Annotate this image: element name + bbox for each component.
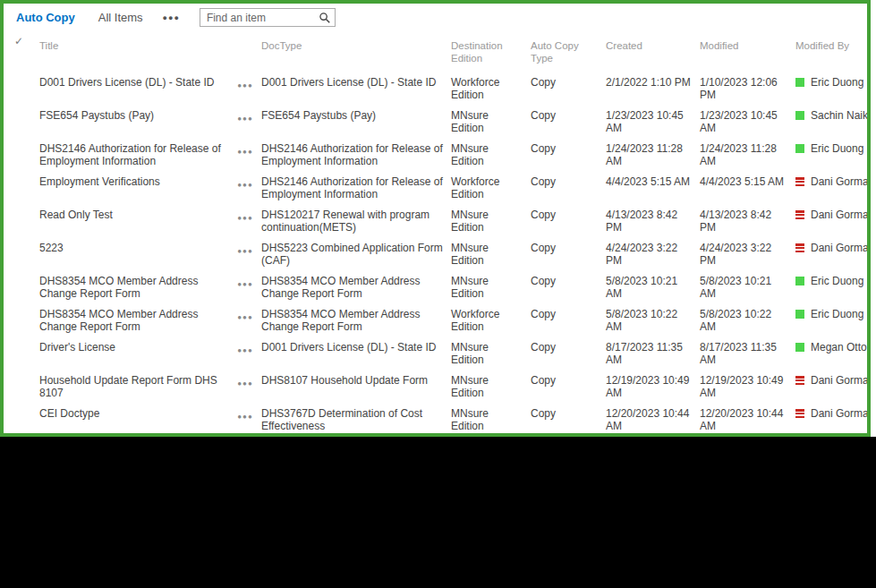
row-ellipsis-icon[interactable]: ●●●: [236, 106, 261, 130]
row-checkbox-cell[interactable]: ✓: [4, 139, 34, 148]
documents-list: ✓ Title DocType Destination Edition Auto…: [4, 30, 867, 437]
row-checkbox-cell[interactable]: ✓: [4, 238, 34, 247]
row-ellipsis-icon[interactable]: ●●●: [236, 404, 261, 428]
header-auto-copy-type[interactable]: Auto Copy Type: [531, 36, 606, 69]
row-title[interactable]: D001 Drivers License (DL) - State ID: [34, 72, 236, 94]
modified-by-name: Eric Duong: [811, 142, 863, 155]
row-created: 1/24/2023 11:28 AM: [606, 139, 700, 172]
row-auto-copy-type: Copy: [531, 72, 606, 94]
row-ellipsis-icon[interactable]: ●●●: [236, 205, 261, 229]
find-item-searchbox[interactable]: [200, 8, 336, 27]
presence-icon: [795, 343, 804, 352]
table-row[interactable]: ✓ Driver's License ●●● D001 Drivers Lice…: [4, 337, 867, 371]
row-title[interactable]: Household Update Report Form DHS 8107: [34, 371, 236, 404]
row-auto-copy-type: Copy: [531, 172, 606, 193]
presence-icon: [795, 409, 804, 418]
row-title-text[interactable]: Employment Verifications: [39, 175, 160, 188]
row-doctype: D001 Drivers License (DL) - State ID: [261, 72, 451, 94]
select-all-check-icon[interactable]: ✓: [4, 36, 34, 53]
row-created: 5/8/2023 10:22 AM: [606, 304, 700, 337]
row-title-text[interactable]: 5223: [39, 242, 64, 254]
header-modified-by[interactable]: Modified By: [795, 36, 867, 57]
presence-icon: [795, 177, 804, 186]
row-checkbox-cell[interactable]: ✓: [4, 172, 34, 181]
row-title-text[interactable]: D001 Drivers License (DL) - State ID: [39, 76, 214, 89]
table-row[interactable]: ✓ Household Update Report Form DHS 8107 …: [4, 371, 867, 404]
row-modified-by: Sachin Naik: [795, 106, 871, 127]
table-row[interactable]: ✓ DHS8354 MCO Member Address Change Repo…: [4, 304, 867, 337]
more-views-ellipsis-icon[interactable]: ●●●: [163, 13, 180, 22]
row-checkbox-cell[interactable]: ✓: [4, 205, 34, 214]
row-doctype: FSE654 Paystubs (Pay): [261, 106, 451, 127]
row-doctype: DHS8354 MCO Member Address Change Report…: [261, 304, 451, 337]
row-destination-edition: Workforce Edition: [451, 304, 531, 337]
row-created: 4/13/2023 8:42 PM: [606, 205, 700, 238]
row-modified-by: Dani Gorman: [795, 404, 871, 425]
row-destination-edition: MNsure Edition: [451, 271, 531, 304]
row-ellipsis-icon[interactable]: ●●●: [236, 139, 261, 163]
row-auto-copy-type: Copy: [531, 404, 606, 425]
row-title-text[interactable]: Read Only Test: [39, 209, 113, 221]
row-created: 4/4/2023 5:15 AM: [606, 172, 700, 193]
row-ellipsis-icon[interactable]: ●●●: [236, 337, 261, 362]
view-toolbar: Auto Copy All Items ●●●: [4, 4, 867, 30]
row-title-text[interactable]: Driver's License: [39, 341, 115, 354]
row-doctype: D001 Drivers License (DL) - State ID: [261, 337, 451, 359]
search-icon[interactable]: [319, 12, 331, 24]
table-row[interactable]: ✓ DHS8354 MCO Member Address Change Repo…: [4, 271, 867, 304]
row-doctype: DHS120217 Renewal with program continuat…: [261, 205, 451, 238]
row-ellipsis-icon[interactable]: ●●●: [236, 72, 261, 97]
row-title-text[interactable]: FSE654 Paystubs (Pay): [39, 109, 154, 122]
row-title[interactable]: CEI Doctype: [34, 404, 236, 425]
table-row[interactable]: ✓ CEI Doctype ●●● DHS3767D Determination…: [4, 404, 867, 437]
row-title-text[interactable]: Household Update Report Form DHS 8107: [39, 374, 217, 399]
table-row[interactable]: ✓ 5223 ●●● DHS5223 Combined Application …: [4, 238, 867, 271]
header-doctype[interactable]: DocType: [261, 36, 451, 57]
row-title-text[interactable]: DHS8354 MCO Member Address Change Report…: [39, 275, 198, 300]
row-title[interactable]: 5223: [34, 238, 236, 260]
row-ellipsis-icon[interactable]: ●●●: [236, 238, 261, 262]
row-title-text[interactable]: DHS2146 Authorization for Release of Emp…: [39, 142, 221, 167]
row-title[interactable]: Read Only Test: [34, 205, 236, 226]
row-title[interactable]: DHS8354 MCO Member Address Change Report…: [34, 304, 236, 337]
row-title[interactable]: Employment Verifications: [34, 172, 236, 193]
table-row[interactable]: ✓ Employment Verifications ●●● DHS2146 A…: [4, 172, 867, 205]
row-title[interactable]: DHS2146 Authorization for Release of Emp…: [34, 139, 236, 172]
row-checkbox-cell[interactable]: ✓: [4, 404, 34, 413]
row-modified: 8/17/2023 11:35 AM: [700, 337, 795, 371]
table-row[interactable]: ✓ DHS2146 Authorization for Release of E…: [4, 139, 867, 172]
search-input[interactable]: [207, 12, 319, 24]
row-ellipsis-icon[interactable]: ●●●: [236, 304, 261, 328]
row-checkbox-cell[interactable]: ✓: [4, 271, 34, 280]
row-title[interactable]: Driver's License: [34, 337, 236, 359]
row-ellipsis-icon[interactable]: ●●●: [236, 371, 261, 395]
row-title-text[interactable]: DHS8354 MCO Member Address Change Report…: [39, 308, 198, 333]
row-ellipsis-icon[interactable]: ●●●: [236, 271, 261, 295]
view-tab-all-items[interactable]: All Items: [98, 11, 143, 24]
table-row[interactable]: ✓ D001 Drivers License (DL) - State ID ●…: [4, 72, 867, 106]
row-checkbox-cell[interactable]: ✓: [4, 304, 34, 313]
view-tab-auto-copy[interactable]: Auto Copy: [16, 11, 75, 24]
modified-by-name: Dani Gorman: [811, 374, 871, 387]
row-title[interactable]: FSE654 Paystubs (Pay): [34, 106, 236, 127]
header-title[interactable]: Title: [34, 36, 236, 57]
header-created[interactable]: Created: [606, 36, 700, 57]
row-destination-edition: MNsure Edition: [451, 205, 531, 238]
row-checkbox-cell[interactable]: ✓: [4, 72, 34, 81]
table-row[interactable]: ✓ Read Only Test ●●● DHS120217 Renewal w…: [4, 205, 867, 238]
row-auto-copy-type: Copy: [531, 139, 606, 160]
row-auto-copy-type: Copy: [531, 304, 606, 326]
row-destination-edition: MNsure Edition: [451, 371, 531, 404]
modified-by-name: Eric Duong: [811, 275, 863, 287]
header-destination-edition[interactable]: Destination Edition: [451, 36, 531, 69]
row-checkbox-cell[interactable]: ✓: [4, 371, 34, 379]
row-checkbox-cell[interactable]: ✓: [4, 106, 34, 115]
row-checkbox-cell[interactable]: ✓: [4, 337, 34, 346]
row-doctype: DHS2146 Authorization for Release of Emp…: [261, 172, 451, 205]
table-row[interactable]: ✓ FSE654 Paystubs (Pay) ●●● FSE654 Payst…: [4, 106, 867, 139]
row-title-text[interactable]: CEI Doctype: [39, 407, 99, 420]
header-modified[interactable]: Modified: [700, 36, 795, 57]
row-title[interactable]: DHS8354 MCO Member Address Change Report…: [34, 271, 236, 304]
modified-by-name: Dani Gorman: [811, 242, 871, 254]
row-ellipsis-icon[interactable]: ●●●: [236, 172, 261, 196]
